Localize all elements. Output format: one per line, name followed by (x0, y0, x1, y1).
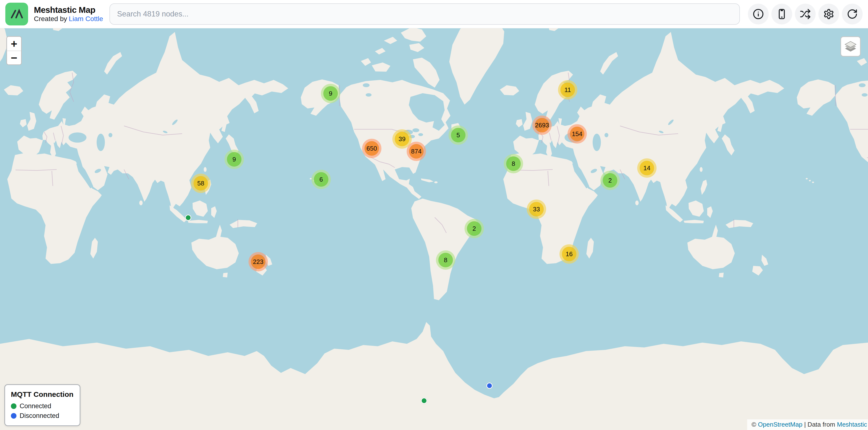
cluster-marker[interactable]: 8 (504, 154, 523, 173)
cluster-count: 2 (467, 221, 482, 236)
cluster-marker[interactable]: 154 (567, 124, 587, 143)
header-button-group (745, 4, 863, 25)
cluster-marker[interactable]: 11 (558, 80, 578, 100)
cluster-marker[interactable]: 5 (448, 125, 468, 145)
zoom-in-button[interactable]: + (7, 37, 21, 51)
cluster-count: 5 (451, 128, 465, 142)
meshtastic-logo (5, 3, 28, 25)
cluster-marker[interactable]: 874 (407, 142, 426, 161)
connected-dot-icon (11, 403, 17, 409)
cluster-count: 9 (227, 152, 242, 167)
legend-item-disconnected: Disconnected (11, 412, 73, 420)
cluster-count: 11 (560, 82, 575, 97)
node-marker-connected[interactable] (185, 214, 191, 221)
smartphone-button[interactable] (771, 4, 792, 25)
cluster-count: 2693 (535, 118, 549, 132)
node-marker-disconnected[interactable] (486, 383, 493, 389)
cluster-marker[interactable]: 2693 (532, 115, 552, 135)
title-block: Meshtastic Map Created byLiam Cottle (34, 5, 103, 23)
cluster-count: 14 (640, 161, 654, 175)
cluster-marker[interactable]: 6 (311, 170, 331, 189)
cluster-count: 2 (603, 173, 617, 188)
cluster-marker[interactable]: 9 (321, 84, 340, 103)
refresh-icon (847, 8, 858, 20)
cluster-marker[interactable]: 2 (465, 219, 484, 238)
world-map (0, 28, 868, 430)
search-input[interactable] (110, 3, 740, 25)
cluster-marker[interactable]: 58 (191, 174, 211, 193)
cluster-count: 223 (251, 255, 266, 269)
refresh-button[interactable] (842, 4, 863, 25)
legend-item-label: Connected (20, 402, 51, 410)
cluster-count: 650 (365, 141, 379, 156)
cluster-marker[interactable]: 9 (224, 150, 244, 169)
settings-icon (823, 8, 834, 20)
cluster-count: 39 (395, 132, 409, 146)
meshtastic-logo-icon (9, 6, 24, 22)
meshtastic-link[interactable]: Meshtastic (837, 421, 867, 428)
author-link[interactable]: Liam Cottle (69, 15, 103, 23)
map-attribution: © OpenStreetMap | Data from Meshtastic (747, 419, 868, 430)
zoom-control: + − (6, 36, 22, 65)
byline: Created byLiam Cottle (34, 15, 103, 23)
cluster-count: 874 (409, 144, 424, 159)
shuffle-button[interactable] (795, 4, 816, 25)
cluster-marker[interactable]: 223 (248, 252, 268, 271)
cluster-count: 154 (570, 127, 584, 141)
attribution-separator: | Data from (802, 421, 837, 428)
cluster-count: 9 (323, 86, 338, 101)
layers-control[interactable] (840, 36, 861, 57)
cluster-count: 58 (193, 176, 208, 191)
legend-title: MQTT Connection (11, 390, 73, 399)
byline-prefix: Created by (34, 15, 67, 23)
zoom-out-button[interactable]: − (7, 51, 21, 64)
smartphone-icon (776, 8, 787, 20)
info-icon (753, 8, 764, 20)
page-title: Meshtastic Map (34, 5, 103, 15)
cluster-marker[interactable]: 16 (559, 244, 579, 264)
cluster-count: 33 (529, 202, 544, 217)
cluster-count: 16 (562, 247, 577, 261)
legend-item-connected: Connected (11, 402, 73, 410)
disconnected-dot-icon (11, 413, 17, 419)
settings-button[interactable] (818, 4, 839, 25)
node-marker-connected[interactable] (421, 398, 427, 404)
top-bar: Meshtastic Map Created byLiam Cottle (0, 0, 868, 28)
cluster-marker[interactable]: 33 (527, 199, 546, 219)
cluster-marker[interactable]: 2 (600, 171, 620, 190)
cluster-count: 8 (506, 156, 521, 171)
info-button[interactable] (748, 4, 769, 25)
shuffle-icon (800, 8, 811, 20)
cluster-count: 8 (438, 253, 453, 267)
map-canvas[interactable]: 911269315439565087498142658332223816 + −… (0, 28, 868, 430)
osm-link[interactable]: OpenStreetMap (758, 421, 803, 428)
cluster-marker[interactable]: 650 (362, 139, 381, 158)
copyright-text: © (751, 421, 758, 428)
legend-item-label: Disconnected (20, 412, 59, 420)
cluster-marker[interactable]: 8 (436, 250, 455, 270)
mqtt-connection-legend: MQTT Connection ConnectedDisconnected (4, 384, 81, 426)
layers-icon (844, 40, 857, 53)
cluster-marker[interactable]: 14 (637, 158, 657, 178)
cluster-count: 6 (314, 172, 329, 187)
